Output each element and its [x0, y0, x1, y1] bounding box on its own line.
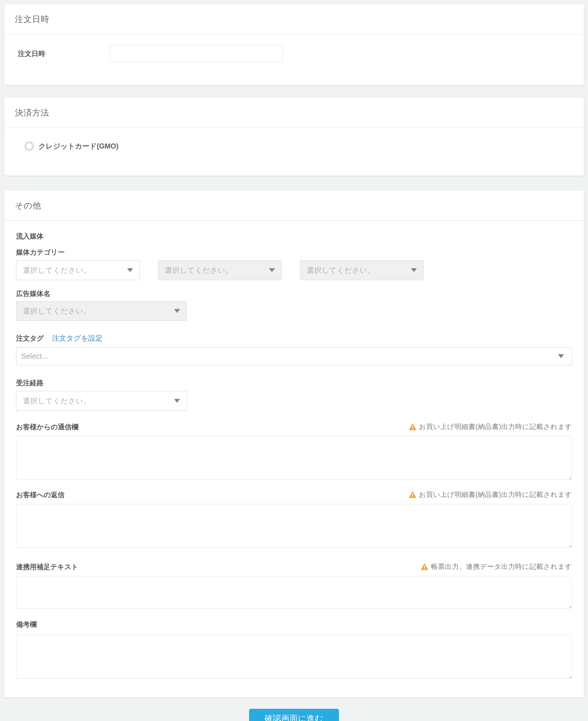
customer-message-textarea[interactable] [16, 436, 572, 480]
ad-media-name-select[interactable]: 選択してください。 [16, 301, 187, 321]
order-datetime-card-title: 注文日時 [15, 14, 573, 25]
caret-down-icon [558, 354, 564, 358]
media-category-select-1[interactable]: 選択してください。 [16, 260, 140, 280]
ad-media-name-label: 広告媒体名 [16, 289, 572, 298]
warning-triangle-icon [408, 423, 417, 430]
customer-message-head: お客様からの通信欄 お買い上げ明細書(納品書)出力時に記載されます [16, 422, 572, 431]
integration-note-head: 連携用補足テキスト 帳票出力、連携データ出力時に記載されます [16, 562, 572, 571]
credit-card-radio-label: クレジットカード(GMO) [38, 141, 119, 151]
order-tag-select[interactable]: Select... [16, 347, 572, 365]
other-card-body: 流入媒体 媒体カテゴリー 選択してください。 選択してください。 選択してくださ… [4, 221, 584, 698]
media-category-select-3[interactable]: 選択してください。 [300, 260, 424, 280]
caret-down-icon [174, 309, 180, 313]
customer-reply-head: お客様への返信 お買い上げ明細書(納品書)出力時に記載されます [16, 490, 572, 499]
customer-message-warning-text: お買い上げ明細書(納品書)出力時に記載されます [419, 422, 572, 431]
remarks-label: 備考欄 [16, 620, 572, 629]
payment-method-card: 決済方法 クレジットカード(GMO) [4, 98, 584, 176]
caret-down-icon [269, 268, 275, 272]
order-datetime-row: 注文日時 [15, 45, 573, 62]
other-card: その他 流入媒体 媒体カテゴリー 選択してください。 選択してください。 選択し… [4, 190, 584, 698]
customer-reply-textarea[interactable] [16, 504, 572, 548]
remarks-textarea[interactable] [16, 635, 572, 679]
media-category-select-2[interactable]: 選択してください。 [158, 260, 282, 280]
customer-message-warning: お買い上げ明細書(納品書)出力時に記載されます [408, 422, 572, 431]
media-category-selects-row: 選択してください。 選択してください。 選択してください。 [16, 260, 572, 280]
order-tag-label: 注文タグ [16, 334, 44, 343]
media-category-select-3-placeholder: 選択してください。 [307, 266, 375, 275]
payment-method-card-title: 決済方法 [15, 107, 573, 119]
order-datetime-input[interactable] [110, 45, 283, 62]
integration-note-warning-text: 帳票出力、連携データ出力時に記載されます [431, 562, 572, 571]
order-route-select-placeholder: 選択してください。 [23, 396, 91, 406]
order-datetime-card-header: 注文日時 [4, 4, 584, 35]
order-datetime-card: 注文日時 注文日時 [4, 4, 584, 85]
order-tag-row: 注文タグ 注文タグを設定 [16, 333, 572, 343]
credit-card-radio[interactable] [24, 141, 34, 151]
payment-method-card-body: クレジットカード(GMO) [4, 128, 584, 176]
warning-triangle-icon [420, 563, 428, 570]
order-route-label: 受注経路 [16, 378, 572, 387]
caret-down-icon [174, 399, 180, 403]
ad-media-name-select-placeholder: 選択してください。 [23, 306, 91, 316]
integration-note-warning: 帳票出力、連携データ出力時に記載されます [420, 562, 572, 571]
media-category-label: 媒体カテゴリー [16, 248, 572, 256]
media-category-select-2-placeholder: 選択してください。 [165, 266, 233, 275]
footer: 確認画面に進む [0, 709, 588, 721]
integration-note-textarea[interactable] [16, 576, 572, 609]
order-route-select[interactable]: 選択してください。 [16, 391, 187, 411]
order-datetime-label: 注文日時 [15, 49, 110, 58]
caret-down-icon [411, 268, 417, 272]
other-card-header: その他 [4, 190, 584, 221]
warning-triangle-icon [408, 491, 417, 498]
credit-card-radio-row[interactable]: クレジットカード(GMO) [15, 141, 573, 151]
caret-down-icon [127, 268, 133, 272]
customer-message-label: お客様からの通信欄 [16, 423, 78, 431]
proceed-to-confirmation-button[interactable]: 確認画面に進む [249, 709, 339, 721]
order-tag-select-placeholder: Select... [21, 352, 48, 360]
payment-method-card-header: 決済方法 [4, 98, 584, 128]
media-category-select-1-placeholder: 選択してください。 [23, 266, 91, 275]
other-card-title: その他 [15, 200, 573, 211]
inflow-media-label: 流入媒体 [16, 232, 572, 241]
order-datetime-card-body: 注文日時 [4, 35, 584, 85]
customer-reply-warning-text: お買い上げ明細書(納品書)出力時に記載されます [419, 490, 572, 499]
customer-reply-warning: お買い上げ明細書(納品書)出力時に記載されます [408, 490, 572, 499]
integration-note-label: 連携用補足テキスト [16, 562, 78, 571]
order-tag-settings-link[interactable]: 注文タグを設定 [52, 333, 103, 343]
customer-reply-label: お客様への返信 [16, 490, 65, 499]
